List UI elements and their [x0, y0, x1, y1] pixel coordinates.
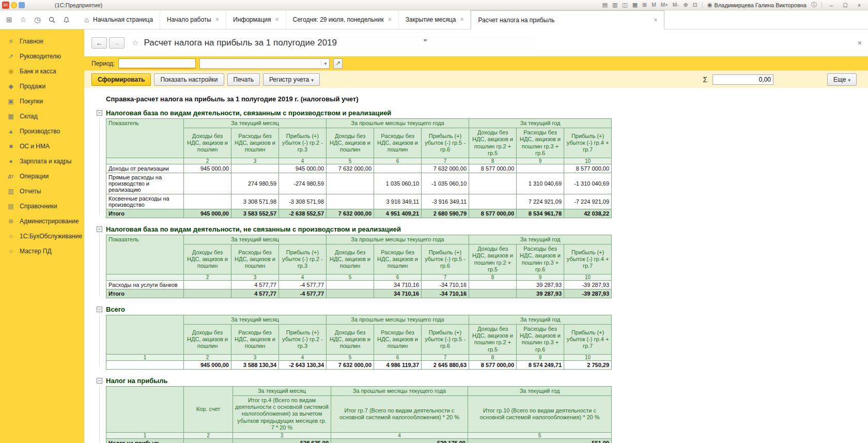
sum-sigma-icon: Σ: [703, 75, 707, 84]
minimize-button[interactable]: –: [827, 2, 836, 8]
column-header: Показатель: [106, 235, 184, 274]
history-icon[interactable]: ◷: [34, 16, 40, 23]
table-cell: 39 287,93: [517, 280, 564, 289]
save-icon[interactable]: ▤: [602, 2, 607, 8]
register-button-label: Регистр учета: [269, 76, 309, 83]
favorite-star-icon[interactable]: ☆: [132, 38, 138, 48]
collapse-toggle[interactable]: −: [97, 378, 102, 384]
close-window-button[interactable]: ×: [855, 2, 864, 8]
chevron-down-icon[interactable]: ▾: [321, 61, 329, 66]
group-header: За прошлые месяцы текущего года: [331, 386, 468, 395]
sidebar-item-manager[interactable]: ↗Руководителю: [0, 49, 84, 64]
sidebar-item-operations[interactable]: ДтОперации: [0, 169, 84, 184]
sidebar-item-label: Зарплата и кадры: [20, 158, 71, 165]
current-user[interactable]: ◉ Владимирцева Галина Викторовна: [707, 2, 807, 8]
column-number: 3: [231, 354, 279, 360]
fullscreen-icon[interactable]: ⊡: [693, 2, 698, 8]
calendar-icon[interactable]: ▦: [632, 2, 638, 8]
sidebar-item-production[interactable]: ▲Производство: [0, 124, 84, 139]
favorites-star-icon[interactable]: ☆: [20, 16, 27, 23]
close-icon[interactable]: ×: [275, 16, 279, 23]
column-number: [106, 274, 184, 280]
restore-button[interactable]: ◻: [841, 2, 850, 8]
trend-icon: ↗: [7, 53, 15, 60]
table-cell: 8 534 961,78: [517, 209, 564, 218]
table-cell: [469, 289, 517, 298]
info-icon[interactable]: ⓘ: [811, 2, 817, 8]
column-header: Прибыль (+) убыток (-) гр.2 - гр.3: [279, 325, 327, 355]
sidebar-item-purchases[interactable]: ▣Покупки: [0, 94, 84, 109]
column-header: Прибыль (+) убыток (-) гр.2 - гр.3: [279, 128, 327, 158]
sidebar-item-label: Мастер ПД: [20, 248, 52, 255]
total-row: Итого4 577,77-4 577,7734 710,16-34 710,1…: [106, 289, 612, 298]
main-menu-icon[interactable]: ⊞: [6, 16, 12, 23]
more-button[interactable]: Еще▾: [827, 73, 857, 86]
memory-mminus-button[interactable]: M-: [673, 2, 679, 8]
sidebar-item-administration[interactable]: ⊛Администрирование: [0, 213, 84, 228]
zoom-icon[interactable]: ⊕: [684, 2, 688, 8]
app-badge-icon: [11, 2, 17, 8]
sidebar-item-fixed-assets[interactable]: ■ОС и НМА: [0, 139, 84, 154]
column-number: 2: [184, 432, 233, 438]
catalog-icon: ▤: [7, 203, 15, 210]
period-input[interactable]: [118, 58, 196, 69]
divider: [702, 2, 703, 8]
sidebar-item-master-pd[interactable]: ○Мастер ПД: [0, 243, 84, 258]
register-button[interactable]: Регистр учета▾: [263, 73, 320, 86]
table-cell: [469, 194, 517, 209]
tab-home[interactable]: ⌂ Начальная страница: [78, 10, 161, 29]
tab-label: Начальная страница: [93, 16, 153, 23]
generate-button[interactable]: Сформировать: [91, 73, 151, 86]
column-header: Расходы без НДС, акцизов и пошлин: [231, 128, 279, 158]
organization-combo[interactable]: ▾: [199, 58, 330, 69]
close-icon[interactable]: ×: [460, 16, 463, 23]
sidebar-item-buh-service[interactable]: ○1С:БухОбслуживание: [0, 228, 84, 243]
group-header: За текущий год: [468, 386, 612, 395]
tab-income-tax-calc[interactable]: Расчет налога на прибыль ×: [471, 10, 664, 29]
column-number: 6: [374, 158, 422, 164]
close-form-button[interactable]: ×: [858, 39, 862, 47]
sidebar-item-salary-hr[interactable]: ●Зарплата и кадры: [0, 154, 84, 169]
table-cell: 7 632 000,00: [327, 164, 374, 173]
print-preview-icon[interactable]: ◫: [622, 2, 627, 8]
table-cell: 529 176,00: [331, 438, 468, 443]
divider: [822, 2, 822, 8]
collapse-toggle[interactable]: −: [97, 110, 102, 116]
tab-label: Закрытие месяца: [406, 16, 456, 23]
tab-month-closing[interactable]: Закрытие месяца ×: [399, 10, 471, 29]
column-number: 3: [231, 158, 279, 164]
table-cell: 4 577,77: [231, 289, 279, 298]
tab-information[interactable]: Информация ×: [226, 10, 286, 29]
collapse-toggle[interactable]: −: [97, 226, 102, 232]
close-icon[interactable]: ×: [215, 16, 219, 23]
close-icon[interactable]: ×: [654, 17, 657, 24]
sidebar-item-main[interactable]: ≡Главное: [0, 34, 84, 49]
open-link-button[interactable]: ↗: [333, 58, 343, 69]
print-icon[interactable]: ▥: [612, 2, 617, 8]
collapse-toggle[interactable]: −: [97, 307, 102, 312]
tab-start-work[interactable]: Начало работы ×: [160, 10, 226, 29]
table-cell: 4 986 119,37: [374, 360, 422, 369]
sidebar-item-bank-cash[interactable]: ◉Банк и касса: [0, 64, 84, 79]
column-header: Расходы без НДС, акцизов и пошлин гр.3 +…: [517, 245, 564, 274]
sidebar-item-warehouse[interactable]: ▦Склад: [0, 109, 84, 124]
sidebar-item-catalogs[interactable]: ▤Справочники: [0, 198, 84, 213]
sum-field[interactable]: [712, 74, 773, 85]
section-title: Налоговая база по видам деятельности, св…: [106, 109, 391, 117]
print-button[interactable]: Печать: [227, 73, 260, 86]
search-icon[interactable]: [49, 17, 55, 23]
notifications-bell-icon[interactable]: [63, 17, 70, 23]
calculator-icon[interactable]: ⊞: [642, 2, 647, 8]
table-cell: 42 038,22: [564, 209, 612, 218]
close-icon[interactable]: ×: [388, 16, 392, 23]
sidebar-item-reports[interactable]: ▥Отчеты: [0, 184, 84, 198]
show-settings-button[interactable]: Показать настройки: [154, 73, 224, 86]
memory-m-button[interactable]: M: [652, 2, 656, 8]
back-button[interactable]: ←: [91, 37, 107, 49]
sidebar-item-sales[interactable]: ◆Продажи: [0, 79, 84, 94]
tab-today[interactable]: Сегодня: 29 июля, понедельник ×: [286, 10, 399, 29]
sections-sidebar: ≡Главное ↗Руководителю ◉Банк и касса ◆Пр…: [0, 29, 84, 443]
row-label: Налог на прибыль: [106, 438, 184, 443]
memory-mplus-button[interactable]: M+: [661, 2, 668, 8]
forward-button[interactable]: →: [109, 37, 125, 49]
